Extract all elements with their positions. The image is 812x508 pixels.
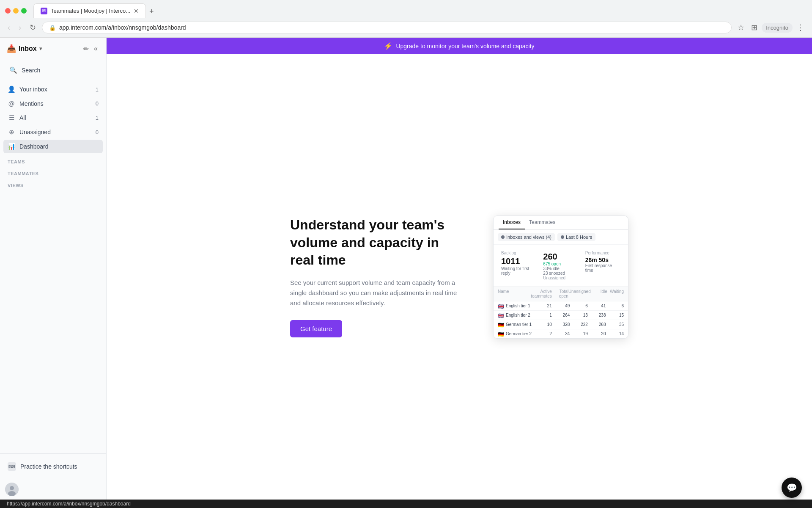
row-unassigned: 222 <box>570 322 588 327</box>
browser-controls <box>5 8 27 14</box>
metric-performance-label: Performance <box>585 251 620 255</box>
dashboard-preview: Inboxes Teammates Inboxes and views (4) … <box>493 215 628 339</box>
browser-tab[interactable]: M Teammates | Moodjoy | Interco... ✕ <box>33 3 146 18</box>
preview-filters: Inboxes and views (4) Last 8 Hours <box>494 230 628 245</box>
teams-section-label: TEAMS <box>3 154 103 166</box>
table-row: 🇩🇪 German tier 2 2 34 19 20 14 <box>494 329 628 338</box>
row-name: 🇩🇪 German tier 2 <box>498 331 534 336</box>
teammates-section-label: TEAMMATES <box>3 166 103 178</box>
sidebar-item-dashboard[interactable]: 📊 Dashboard <box>3 140 103 153</box>
sidebar-item-count: 0 <box>92 129 99 135</box>
upgrade-banner-text: Upgrade to monitor your team's volume an… <box>396 43 534 50</box>
tab-favicon: M <box>41 8 47 14</box>
preview-tab-inboxes[interactable]: Inboxes <box>499 216 525 229</box>
person-icon: 👤 <box>8 86 15 93</box>
metric-unassigned: 260 675 open 33% idle 23 snoozed Unassig… <box>540 249 582 282</box>
row-active: 10 <box>534 322 552 327</box>
bookmark-button[interactable]: ☆ <box>735 21 747 34</box>
feature-body: See your current support volume and team… <box>290 278 459 308</box>
row-unassigned: 19 <box>570 331 588 336</box>
sidebar-item-your-inbox[interactable]: 👤 Your inbox 1 <box>3 83 103 96</box>
tab-close-button[interactable]: ✕ <box>134 8 139 14</box>
minimize-button[interactable] <box>13 8 19 14</box>
chevron-down-icon: ▾ <box>39 46 42 52</box>
refresh-button[interactable]: ↻ <box>27 21 38 34</box>
sidebar-item-all[interactable]: ☰ All 1 <box>3 111 103 124</box>
views-section-label: VIEWS <box>3 178 103 190</box>
menu-button[interactable]: ⋮ <box>794 21 807 34</box>
main-content: ⚡ Upgrade to monitor your team's volume … <box>107 38 812 500</box>
extensions-button[interactable]: ⊞ <box>749 21 760 34</box>
preview-filter-inboxes[interactable]: Inboxes and views (4) <box>498 233 555 241</box>
svg-point-1 <box>10 486 14 490</box>
svg-point-2 <box>8 491 16 496</box>
row-active: 1 <box>534 313 552 318</box>
snoozed-count: 23 snoozed <box>543 271 565 276</box>
sidebar-search: 🔍 Search <box>0 60 106 81</box>
status-url: https://app.intercom.com/a/inbox/nnsgmgo… <box>7 501 131 507</box>
browser-nav: ‹ › ↻ 🔒 app.intercom.com/a/inbox/nnsgmgo… <box>0 18 812 37</box>
sidebar-item-count: 0 <box>92 100 99 107</box>
sidebar-item-count: 1 <box>92 86 99 93</box>
inbox-icon: 📥 <box>7 44 16 53</box>
forward-button[interactable]: › <box>16 22 24 34</box>
preview-tab-teammates[interactable]: Teammates <box>525 216 560 229</box>
metric-performance: Performance 26m 50s First response time <box>582 249 624 282</box>
shortcuts-item[interactable]: ⌨ Practice the shortcuts <box>3 459 103 474</box>
flag-icon: 🇬🇧 <box>498 313 504 317</box>
sidebar-bottom: ⌨ Practice the shortcuts <box>0 453 106 479</box>
preview-filter-time[interactable]: Last 8 Hours <box>557 233 595 241</box>
search-item[interactable]: 🔍 Search <box>5 63 101 77</box>
compose-button[interactable]: ✏ <box>82 43 91 55</box>
flag-icon: 🇩🇪 <box>498 331 504 336</box>
metric-unassigned-value: 260 <box>543 252 578 262</box>
sidebar-item-mentions[interactable]: @ Mentions 0 <box>3 97 103 110</box>
unassigned-sub-label: Unassigned <box>543 276 578 280</box>
bolt-icon: ⚡ <box>384 42 392 50</box>
get-feature-button[interactable]: Get feature <box>290 320 342 337</box>
flag-icon: 🇬🇧 <box>498 304 504 308</box>
back-button[interactable]: ‹ <box>5 22 13 34</box>
table-row: 🇬🇧 English tier 1 21 49 6 41 6 <box>494 301 628 310</box>
close-button[interactable] <box>5 8 11 14</box>
row-unassigned: 13 <box>570 313 588 318</box>
row-unassigned: 6 <box>570 304 588 308</box>
feature-description: Understand your team's volume and capaci… <box>290 216 459 337</box>
maximize-button[interactable] <box>21 8 27 14</box>
sidebar-item-count: 1 <box>92 115 99 121</box>
address-bar[interactable]: 🔒 app.intercom.com/a/inbox/nnsgmgob/dash… <box>42 22 732 33</box>
collapse-sidebar-button[interactable]: « <box>92 43 99 55</box>
col-total-header: Total open <box>552 289 568 298</box>
feature-title: Understand your team's volume and capaci… <box>290 216 459 269</box>
sidebar-header: 📥 Inbox ▾ ✏ « <box>0 38 106 60</box>
inbox-label: Inbox <box>19 45 37 52</box>
row-total: 49 <box>552 304 570 308</box>
unassigned-icon: ⊕ <box>8 128 15 136</box>
row-idle: 41 <box>588 304 606 308</box>
sidebar-nav: 👤 Your inbox 1 @ Mentions 0 ☰ All 1 ⊕ Un… <box>0 81 106 453</box>
filter-label: Last 8 Hours <box>566 235 592 240</box>
sidebar: 📥 Inbox ▾ ✏ « 🔍 Search 👤 Your inbox 1 @ <box>0 38 107 500</box>
row-active: 2 <box>534 331 552 336</box>
chat-widget[interactable]: 💬 <box>782 478 802 498</box>
new-tab-button[interactable]: + <box>146 6 157 18</box>
metric-performance-value: 26m 50s <box>585 257 620 263</box>
row-total: 328 <box>552 322 570 327</box>
dashboard-icon: 📊 <box>8 143 15 150</box>
filter-dot-icon <box>561 235 564 239</box>
row-name: 🇬🇧 English tier 1 <box>498 304 534 308</box>
row-idle: 20 <box>588 331 606 336</box>
row-active: 21 <box>534 304 552 308</box>
status-bar: https://app.intercom.com/a/inbox/nnsgmgo… <box>0 500 812 508</box>
metric-unassigned-sub: 675 open 33% idle 23 snoozed <box>543 262 578 276</box>
sidebar-item-label: All <box>19 114 88 121</box>
profile-button[interactable]: Incognito <box>762 23 793 33</box>
upgrade-banner[interactable]: ⚡ Upgrade to monitor your team's volume … <box>107 38 812 54</box>
app-container: 📥 Inbox ▾ ✏ « 🔍 Search 👤 Your inbox 1 @ <box>0 38 812 500</box>
avatar[interactable] <box>5 483 19 496</box>
browser-tabs: M Teammates | Moodjoy | Interco... ✕ + <box>33 3 157 18</box>
preview-table: Name Active teammates Total open Unassig… <box>494 287 628 338</box>
table-row: 🇩🇪 German tier 1 10 328 222 268 35 <box>494 320 628 329</box>
inbox-title[interactable]: 📥 Inbox ▾ <box>7 44 42 53</box>
sidebar-item-unassigned[interactable]: ⊕ Unassigned 0 <box>3 125 103 139</box>
